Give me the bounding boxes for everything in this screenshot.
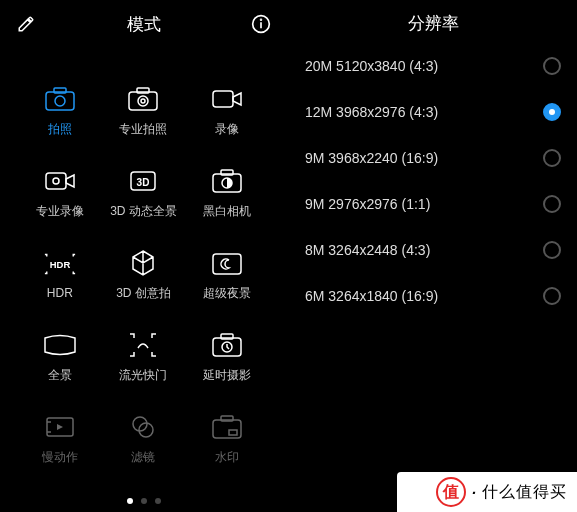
mode-item-filter[interactable]: 滤镜: [102, 398, 186, 480]
svg-point-27: [139, 423, 153, 437]
watermark-icon: [210, 413, 244, 441]
svg-rect-17: [221, 170, 233, 175]
mode-label: 全景: [48, 367, 72, 384]
svg-point-7: [138, 96, 148, 106]
svg-point-8: [141, 99, 145, 103]
svg-rect-3: [46, 92, 74, 110]
mode-item-camera[interactable]: 拍照: [18, 70, 102, 152]
mode-label: 水印: [215, 449, 239, 466]
mode-label: 3D 动态全景: [110, 203, 177, 220]
page-dot-1[interactable]: [127, 498, 133, 504]
svg-point-12: [53, 178, 59, 184]
radio-icon: [543, 149, 561, 167]
site-watermark: 值 · 什么值得买: [397, 472, 577, 512]
mode-item-panorama[interactable]: 全景: [18, 316, 102, 398]
camera-icon: [43, 85, 77, 113]
resolution-panel: 分辨率 20M 5120x3840 (4:3)12M 3968x2976 (4:…: [289, 0, 577, 512]
svg-rect-29: [229, 430, 237, 435]
mode-label: 录像: [215, 121, 239, 138]
svg-rect-9: [137, 88, 149, 93]
hdr-icon: HDR: [43, 250, 77, 278]
svg-text:3D: 3D: [137, 177, 150, 188]
filter-icon: [126, 413, 160, 441]
resolution-label: 9M 2976x2976 (1:1): [305, 196, 430, 212]
mode-item-pro-video[interactable]: 专业录像: [18, 152, 102, 234]
resolution-option-1[interactable]: 12M 3968x2976 (4:3): [305, 89, 561, 135]
slowmo-icon: [43, 413, 77, 441]
svg-rect-19: [213, 254, 241, 274]
mode-item-mono-camera[interactable]: 黑白相机: [185, 152, 269, 234]
resolution-option-5[interactable]: 6M 3264x1840 (16:9): [305, 273, 561, 319]
resolution-option-3[interactable]: 9M 2976x2976 (1:1): [305, 181, 561, 227]
svg-rect-6: [129, 92, 157, 110]
mode-label: 慢动作: [42, 449, 78, 466]
resolution-label: 12M 3968x2976 (4:3): [305, 104, 438, 120]
mode-label: 专业拍照: [119, 121, 167, 138]
video-icon: [210, 85, 244, 113]
resolution-label: 6M 3264x1840 (16:9): [305, 288, 438, 304]
resolution-label: 9M 3968x2240 (16:9): [305, 150, 438, 166]
page-dot-3[interactable]: [155, 498, 161, 504]
night-icon: [210, 249, 244, 277]
timelapse-icon: [210, 331, 244, 359]
radio-icon: [543, 287, 561, 305]
mode-label: 滤镜: [131, 449, 155, 466]
svg-text:HDR: HDR: [50, 259, 71, 270]
resolution-list: 20M 5120x3840 (4:3)12M 3968x2976 (4:3)9M…: [289, 35, 577, 319]
mode-item-cube[interactable]: 3D 创意拍: [102, 234, 186, 316]
modes-grid: 拍照专业拍照录像专业录像3D3D 动态全景黑白相机HDRHDR3D 创意拍超级夜…: [0, 48, 287, 480]
modes-header: 模式: [0, 0, 287, 48]
modes-title: 模式: [38, 13, 249, 36]
watermark-text: 什么值得买: [482, 482, 567, 503]
mode-label: HDR: [47, 286, 73, 300]
resolution-option-0[interactable]: 20M 5120x3840 (4:3): [305, 43, 561, 89]
pagination-dots: [0, 498, 287, 504]
svg-point-26: [133, 417, 147, 431]
svg-point-2: [261, 19, 262, 20]
mono-camera-icon: [210, 167, 244, 195]
mode-item-video[interactable]: 录像: [185, 70, 269, 152]
cube-icon: [126, 249, 160, 277]
page-dot-2[interactable]: [141, 498, 147, 504]
mode-item-slowmo[interactable]: 慢动作: [18, 398, 102, 480]
svg-rect-10: [213, 91, 233, 107]
resolution-label: 8M 3264x2448 (4:3): [305, 242, 430, 258]
watermark-badge-icon: 值: [436, 477, 466, 507]
mode-label: 专业录像: [36, 203, 84, 220]
mode-item-timelapse[interactable]: 延时摄影: [185, 316, 269, 398]
mode-label: 延时摄影: [203, 367, 251, 384]
panorama-icon: [43, 331, 77, 359]
mode-item-hdr[interactable]: HDRHDR: [18, 234, 102, 316]
mode-label: 拍照: [48, 121, 72, 138]
light-paint-icon: [126, 331, 160, 359]
pro-camera-icon: [126, 85, 160, 113]
mode-label: 黑白相机: [203, 203, 251, 220]
resolution-option-2[interactable]: 9M 3968x2240 (16:9): [305, 135, 561, 181]
mode-item-watermark[interactable]: 水印: [185, 398, 269, 480]
radio-icon: [543, 103, 561, 121]
radio-icon: [543, 241, 561, 259]
mode-item-night[interactable]: 超级夜景: [185, 234, 269, 316]
mode-item-3d[interactable]: 3D3D 动态全景: [102, 152, 186, 234]
resolution-label: 20M 5120x3840 (4:3): [305, 58, 438, 74]
svg-point-4: [55, 96, 65, 106]
edit-icon[interactable]: [14, 12, 38, 36]
mode-item-pro-camera[interactable]: 专业拍照: [102, 70, 186, 152]
camera-modes-panel: 模式 拍照专业拍照录像专业录像3D3D 动态全景黑白相机HDRHDR3D 创意拍…: [0, 0, 287, 512]
mode-label: 流光快门: [119, 367, 167, 384]
svg-rect-11: [46, 173, 66, 189]
mode-label: 3D 创意拍: [116, 285, 171, 302]
radio-icon: [543, 57, 561, 75]
resolution-option-4[interactable]: 8M 3264x2448 (4:3): [305, 227, 561, 273]
pro-video-icon: [43, 167, 77, 195]
radio-icon: [543, 195, 561, 213]
info-icon[interactable]: [249, 12, 273, 36]
3d-icon: 3D: [126, 167, 160, 195]
watermark-dot: ·: [472, 484, 476, 501]
mode-item-light-paint[interactable]: 流光快门: [102, 316, 186, 398]
svg-rect-30: [221, 416, 233, 421]
svg-rect-5: [54, 88, 66, 93]
mode-label: 超级夜景: [203, 285, 251, 302]
svg-rect-22: [221, 334, 233, 339]
resolution-title: 分辨率: [289, 0, 577, 35]
